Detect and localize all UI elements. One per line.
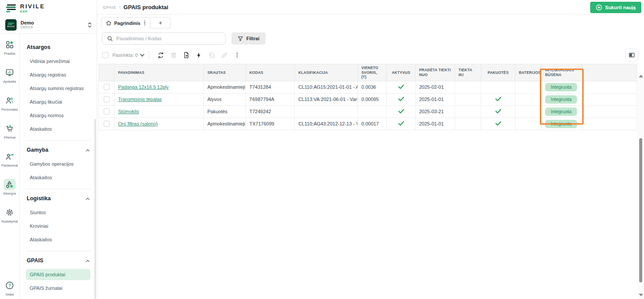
inventory-icon [4, 179, 16, 190]
rail-item-prad-ia[interactable]: Pradžia [4, 39, 16, 56]
cell-aktyvus [387, 118, 416, 130]
sidebar-item-gpais-produktai[interactable]: GPAIS produktai [26, 269, 91, 280]
sidebar-item-gpais-registras[interactable]: GPAIS registras [26, 296, 91, 299]
row-checkbox[interactable] [104, 108, 110, 115]
product-link[interactable]: Padanga 12x16.5 12ply [118, 84, 169, 90]
row-select-cell [99, 93, 115, 105]
cell-pavadinimas: Oro filtras (salono) [115, 118, 204, 130]
export-document-icon[interactable] [180, 50, 192, 60]
breadcrumb-parent[interactable]: GPAIS [103, 5, 116, 10]
column-settings-button[interactable] [625, 49, 638, 62]
sidebar-item-ataskaitos[interactable]: Ataskaitos [26, 123, 91, 135]
rail-item-gidas[interactable]: ? Gidas [4, 280, 16, 296]
vertical-scrollbar[interactable] [637, 73, 644, 299]
cell-kodas: T7431284 [246, 81, 295, 93]
cell-integracijos-busena: Integruota [542, 118, 582, 130]
section-title-gamyba[interactable]: Gamyba [27, 147, 90, 153]
column-header-klasifikacija[interactable]: Klasifikacija [295, 64, 358, 81]
cell-vieneto-svoris: 0.00095 [358, 93, 387, 105]
more-options-icon[interactable] [231, 50, 243, 60]
chevron-up-icon[interactable] [86, 257, 90, 264]
section-title-logistika[interactable]: Logistika [27, 195, 90, 202]
section-title-gpais[interactable]: GPAIS [27, 257, 90, 264]
sidebar-item-siuntos[interactable]: Siuntos [26, 207, 91, 218]
cell-tiekta-iki [455, 118, 481, 130]
cell-srautas: Alyvos [204, 93, 246, 105]
chevron-up-icon[interactable] [86, 147, 90, 153]
search-box[interactable] [102, 32, 226, 45]
accounting-icon [4, 67, 16, 78]
rail-item-pirkimai[interactable]: Pirkimai [4, 123, 16, 139]
rail-item-personalas[interactable]: Personalas [1, 95, 18, 111]
refresh-icon[interactable] [155, 50, 167, 60]
rail-item-apskaita[interactable]: Apskaita [4, 67, 16, 83]
sidebar-item-ataskaitos[interactable]: Ataskaitos [26, 172, 91, 183]
section-divider [26, 140, 91, 141]
product-link[interactable]: Oro filtras (salono) [118, 121, 158, 126]
products-table-zone: PavadinimasSrautasKodasKlasifikacijaVien… [98, 64, 644, 130]
lightning-icon[interactable] [193, 50, 205, 60]
select-all-checkbox[interactable] [102, 52, 108, 58]
column-header-aktyvus[interactable]: Aktyvus [387, 64, 416, 81]
rail-item-pardavimai[interactable]: Pardavimai [1, 151, 18, 167]
rail-item-label: Pardavimai [1, 163, 18, 167]
sidebar-item-gpais-urnalai[interactable]: GPAIS žurnalai [26, 282, 91, 294]
column-header-srautas[interactable]: Srautas [204, 64, 246, 81]
section-divider [26, 251, 91, 251]
sidebar-item-atsarg-liku-iai[interactable]: Atsargų likučiai [26, 96, 91, 108]
sidebar-item-atsarg-normos[interactable]: Atsargų normos [26, 110, 91, 121]
row-checkbox[interactable] [104, 121, 110, 127]
rail-item-label: Nustatymai [1, 219, 18, 223]
main-content: GPAIS › GPAIS produktai Sukurti naują Pa… [97, 0, 644, 299]
sidebar-item-atsarg-registras[interactable]: Atsargų registras [26, 69, 91, 80]
cell-srautas: Pakuotės [204, 105, 246, 118]
rail-item-nustatymai[interactable]: Nustatymai [1, 207, 18, 223]
cell-integracijos-busena: Integruota [542, 81, 582, 93]
search-input[interactable] [116, 36, 220, 41]
sidebar-menu: AtsargosVidiniai pervežimaiAtsargų regis… [20, 34, 97, 299]
column-header-pradeta-tiekti-nuo[interactable]: Pradėta tiekti nuo [416, 64, 455, 81]
sidebar-item-vidiniai-perve-imai[interactable]: Vidiniai pervežimai [26, 56, 91, 67]
left-panel: RIVILE ERP RIVILE Demo DemoX Pradžia Aps… [0, 0, 97, 299]
row-checkbox[interactable] [104, 84, 110, 90]
cell-baterijos [515, 93, 542, 105]
column-header-baterijos[interactable]: Baterijos [515, 64, 542, 81]
sidebar-item-ataskaitos[interactable]: Ataskaitos [26, 234, 91, 245]
tab-pagrindinis[interactable]: Pagrindinis [101, 17, 150, 28]
create-new-button[interactable]: Sukurti naują [590, 2, 641, 13]
funnel-icon [238, 36, 243, 42]
tab-options-icon[interactable] [143, 20, 147, 27]
cell-pakuotes [481, 93, 515, 105]
scroll-up-arrow-icon[interactable] [639, 75, 643, 77]
filters-button[interactable]: Filtrai [231, 32, 266, 45]
column-header-vieneto-svoris[interactable]: Vieneto svoris, (t) [358, 64, 387, 81]
scrollbar-thumb[interactable] [639, 138, 642, 282]
column-header-tiekta-iki[interactable]: Tiekta iki [455, 64, 481, 81]
cell-tiekta-iki [455, 81, 481, 93]
sidebar-item-atsarg-suminis-registras[interactable]: Atsargų suminis registras [26, 83, 91, 94]
cell-aktyvus [387, 81, 416, 93]
selection-count-label[interactable]: Pasirinkta: 0 [112, 52, 138, 58]
product-link[interactable]: Stūmoklis [118, 109, 139, 114]
chevron-up-icon[interactable] [86, 195, 90, 202]
row-checkbox[interactable] [104, 96, 110, 102]
cell-pradeta-tiekti-nuo: 2025-01-01 [416, 118, 455, 130]
rail-item-atsargos[interactable]: Atsargos [3, 179, 16, 195]
sidebar-scrollbar[interactable] [94, 119, 96, 299]
sidebar-item-kroviniai[interactable]: Kroviniai [26, 220, 91, 232]
column-header-integracijos-busena[interactable]: Integracijos būsena [542, 64, 582, 81]
table-row: Transmisinis tepalasAlyvosT6987794ACL113… [99, 93, 637, 105]
row-select-cell [99, 105, 115, 118]
page-title: GPAIS produktai [123, 4, 168, 10]
sidebar-item-gamybos-operacijos[interactable]: Gamybos operacijos [26, 158, 91, 170]
workspace-switch-icon [87, 22, 92, 28]
chevron-down-icon[interactable] [140, 54, 144, 57]
column-header-pavadinimas[interactable]: Pavadinimas [115, 64, 204, 81]
add-tab-button[interactable]: + [150, 17, 171, 28]
product-link[interactable]: Transmisinis tepalas [118, 97, 162, 102]
workspace-selector[interactable]: RIVILE Demo DemoX [0, 17, 97, 34]
column-header-pakuotes[interactable]: Pakuotės [481, 64, 515, 81]
column-header-kodas[interactable]: Kodas [246, 64, 295, 81]
scroll-down-arrow-icon[interactable] [639, 294, 643, 296]
copy-icon [206, 50, 218, 60]
